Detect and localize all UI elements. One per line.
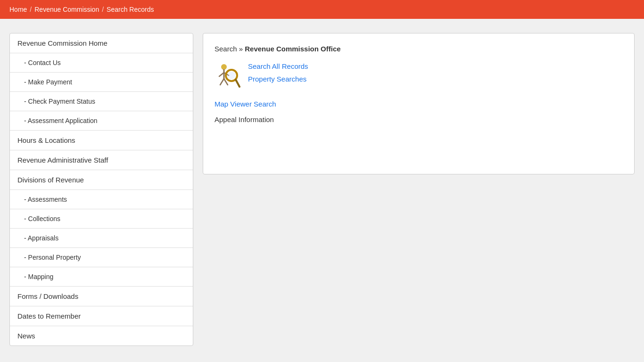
sidebar-item-assessments[interactable]: - Assessments [10, 190, 193, 209]
sidebar-item-news[interactable]: News [10, 326, 193, 346]
nav-current-page: Search Records [107, 6, 154, 13]
sidebar-item-check-payment-status[interactable]: - Check Payment Status [10, 92, 193, 111]
sidebar-item-contact-us[interactable]: - Contact Us [10, 53, 193, 73]
sidebar: Revenue Commission Home- Contact Us- Mak… [9, 33, 193, 346]
search-prefix: Search » [215, 45, 243, 53]
sidebar-item-revenue-administrative-staff[interactable]: Revenue Administrative Staff [10, 150, 193, 170]
svg-line-4 [220, 79, 224, 85]
sidebar-item-collections[interactable]: - Collections [10, 209, 193, 229]
sidebar-item-dates-to-remember[interactable]: Dates to Remember [10, 306, 193, 326]
sidebar-item-personal-property[interactable]: - Personal Property [10, 248, 193, 267]
sidebar-item-assessment-application[interactable]: - Assessment Application [10, 111, 193, 131]
search-links: Search All Records Property Searches [248, 62, 308, 83]
breadcrumb-nav: Home / Revenue Commission / Search Recor… [0, 0, 644, 19]
search-all-records-link[interactable]: Search All Records [248, 62, 308, 70]
svg-point-7 [228, 72, 235, 79]
content-area: Search » Revenue Commission Office [203, 33, 635, 174]
magnify-person-icon [215, 62, 240, 90]
search-icon-container [215, 62, 240, 90]
search-section: Search All Records Property Searches [215, 62, 623, 90]
nav-revenue-commission[interactable]: Revenue Commission [34, 6, 99, 13]
sidebar-item-divisions-of-revenue[interactable]: Divisions of Revenue [10, 170, 193, 190]
svg-line-8 [236, 80, 239, 87]
svg-point-0 [221, 64, 227, 70]
sidebar-item-revenue-commission-home[interactable]: Revenue Commission Home [10, 33, 193, 53]
sidebar-item-make-payment[interactable]: - Make Payment [10, 73, 193, 92]
sidebar-item-appraisals[interactable]: - Appraisals [10, 229, 193, 248]
property-searches-link[interactable]: Property Searches [248, 75, 308, 83]
search-header: Search » Revenue Commission Office [215, 45, 623, 53]
sidebar-item-forms-downloads[interactable]: Forms / Downloads [10, 287, 193, 306]
nav-home[interactable]: Home [9, 6, 27, 13]
appeal-information: Appeal Information [215, 115, 274, 123]
sidebar-item-hours-locations[interactable]: Hours & Locations [10, 131, 193, 150]
sidebar-item-mapping[interactable]: - Mapping [10, 267, 193, 287]
separator-2: / [102, 6, 104, 13]
separator-1: / [30, 6, 32, 13]
search-office-name: Revenue Commission Office [245, 45, 340, 53]
map-viewer-search-link[interactable]: Map Viewer Search [215, 100, 623, 108]
main-container: Revenue Commission Home- Contact Us- Mak… [0, 19, 644, 360]
